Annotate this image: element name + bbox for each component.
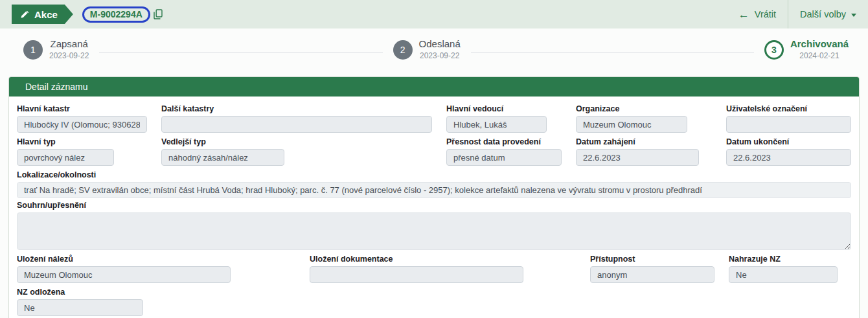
form-row-3: Uložení nálezů Uložení dokumentace Příst… [17, 255, 851, 283]
pristupnost-input[interactable] [590, 266, 714, 283]
step-2-text: Odeslaná 2023-09-22 [419, 38, 461, 62]
field-ulozeni-nalezu: Uložení nálezů [17, 255, 295, 283]
form-row-1: Hlavní katastr Další katastry Hlavní ved… [17, 104, 851, 133]
step-1-circle: 1 [23, 40, 43, 60]
dalsi-katastry-label: Další katastry [161, 104, 432, 114]
caret-down-icon [851, 14, 856, 17]
field-dalsi-katastry: Další katastry [161, 104, 432, 133]
field-nz-odlozena: NZ odložena [17, 288, 851, 316]
field-hlavni-typ: Hlavní typ [17, 137, 147, 166]
step-3-circle: 3 [764, 40, 784, 60]
step-1-label: Zapsaná [49, 38, 89, 51]
lokalizace-input[interactable] [17, 182, 851, 198]
uzivatelske-oznaceni-input[interactable] [726, 116, 851, 133]
step-connector-1 [99, 52, 382, 53]
form-row-4: NZ odložena [17, 288, 851, 316]
datum-zahajeni-input[interactable] [576, 149, 699, 166]
field-hlavni-katastr: Hlavní katastr [17, 104, 147, 133]
field-uzivatelske-oznaceni: Uživatelské označení [726, 104, 851, 133]
hlavni-katastr-input[interactable] [17, 116, 147, 133]
module-label: Akce [34, 9, 58, 20]
organizace-label: Organizace [576, 104, 712, 114]
organizace-input[interactable] [576, 116, 687, 133]
detail-panel: Detail záznamu Hlavní katastr Další kata… [8, 76, 860, 318]
nahrazuje-nz-input[interactable] [729, 266, 838, 283]
field-datum-ukonceni: Datum ukončení [726, 137, 851, 166]
edit-pencil-icon [21, 10, 29, 19]
dalsi-katastry-input[interactable] [161, 116, 432, 133]
panel-header: Detail záznamu [9, 77, 859, 97]
back-button-label: Vrátit [755, 9, 776, 19]
hlavni-vedouci-label: Hlavní vedoucí [446, 104, 562, 114]
field-hlavni-vedouci: Hlavní vedoucí [446, 104, 562, 133]
presnost-data-provedeni-label: Přesnost data provedení [446, 137, 562, 147]
datum-ukonceni-input[interactable] [726, 149, 851, 166]
step-2-circle: 2 [393, 40, 413, 60]
field-vedlejsi-typ: Vedlejší typ [161, 137, 432, 166]
step-3-date: 2024-02-21 [790, 51, 849, 62]
topbar: Akce M-9002294A ← Vrátit Další volby [0, 0, 868, 28]
back-button[interactable]: ← Vrátit [727, 0, 788, 28]
more-options-dropdown[interactable]: Další volby [788, 0, 868, 28]
field-datum-zahajeni: Datum zahájení [576, 137, 712, 166]
step-3-text: Archivovaná 2024-02-21 [790, 38, 849, 62]
field-pristupnost: Přístupnost [590, 255, 714, 283]
step-1-text: Zapsaná 2023-09-22 [49, 38, 89, 62]
hlavni-vedouci-input[interactable] [446, 116, 547, 133]
nz-odlozena-label: NZ odložena [17, 288, 851, 297]
field-organizace: Organizace [576, 104, 712, 133]
step-2-label: Odeslaná [419, 38, 461, 51]
step-1-date: 2023-09-22 [49, 51, 89, 62]
uzivatelske-oznaceni-label: Uživatelské označení [726, 104, 851, 114]
souhrn-textarea[interactable] [17, 212, 851, 250]
panel-title: Detail záznamu [25, 82, 88, 92]
hlavni-typ-input[interactable] [17, 149, 114, 166]
hlavni-katastr-label: Hlavní katastr [17, 104, 147, 114]
form-row-souhrn: Souhrn/upřesnění [17, 201, 851, 250]
ulozeni-dokumentace-input[interactable] [310, 266, 523, 283]
back-arrow-icon: ← [738, 9, 749, 20]
field-presnost-data-provedeni: Přesnost data provedení [446, 137, 562, 166]
record-id-badge[interactable]: M-9002294A [82, 6, 150, 23]
panel-body: Hlavní katastr Další katastry Hlavní ved… [9, 97, 859, 318]
vedlejsi-typ-input[interactable] [161, 149, 284, 166]
form-row-lokalizace: Lokalizace/okolnosti [17, 170, 851, 198]
vedlejsi-typ-label: Vedlejší typ [161, 137, 432, 147]
step-2-date: 2023-09-22 [419, 51, 461, 62]
topbar-actions: ← Vrátit Další volby [727, 0, 868, 28]
nahrazuje-nz-label: Nahrazuje NZ [729, 255, 851, 264]
field-ulozeni-dokumentace: Uložení dokumentace [310, 255, 576, 283]
step-archivovana: 3 Archivovaná 2024-02-21 [764, 38, 849, 62]
ulozeni-nalezu-label: Uložení nálezů [17, 255, 295, 264]
pristupnost-label: Přístupnost [590, 255, 714, 264]
field-lokalizace: Lokalizace/okolnosti [17, 170, 851, 198]
presnost-data-provedeni-input[interactable] [446, 149, 562, 166]
ulozeni-nalezu-input[interactable] [17, 266, 231, 283]
field-nahrazuje-nz: Nahrazuje NZ [729, 255, 851, 283]
step-odeslana: 2 Odeslaná 2023-09-22 [393, 38, 461, 62]
step-zapsana: 1 Zapsaná 2023-09-22 [23, 38, 89, 62]
souhrn-label: Souhrn/upřesnění [17, 201, 851, 210]
copy-icon[interactable] [154, 9, 163, 19]
ulozeni-dokumentace-label: Uložení dokumentace [310, 255, 576, 264]
workflow-stepper: 1 Zapsaná 2023-09-22 2 Odeslaná 2023-09-… [0, 28, 868, 71]
lokalizace-label: Lokalizace/okolnosti [17, 170, 851, 180]
hlavni-typ-label: Hlavní typ [17, 137, 147, 147]
datum-ukonceni-label: Datum ukončení [726, 137, 851, 147]
form-row-2: Hlavní typ Vedlejší typ Přesnost data pr… [17, 137, 851, 166]
step-3-label: Archivovaná [790, 38, 849, 51]
datum-zahajeni-label: Datum zahájení [576, 137, 712, 147]
more-options-label: Další volby [800, 9, 846, 19]
step-connector-2 [471, 52, 754, 53]
nz-odlozena-input[interactable] [17, 299, 143, 316]
module-ribbon: Akce [12, 5, 73, 24]
field-souhrn: Souhrn/upřesnění [17, 201, 851, 250]
